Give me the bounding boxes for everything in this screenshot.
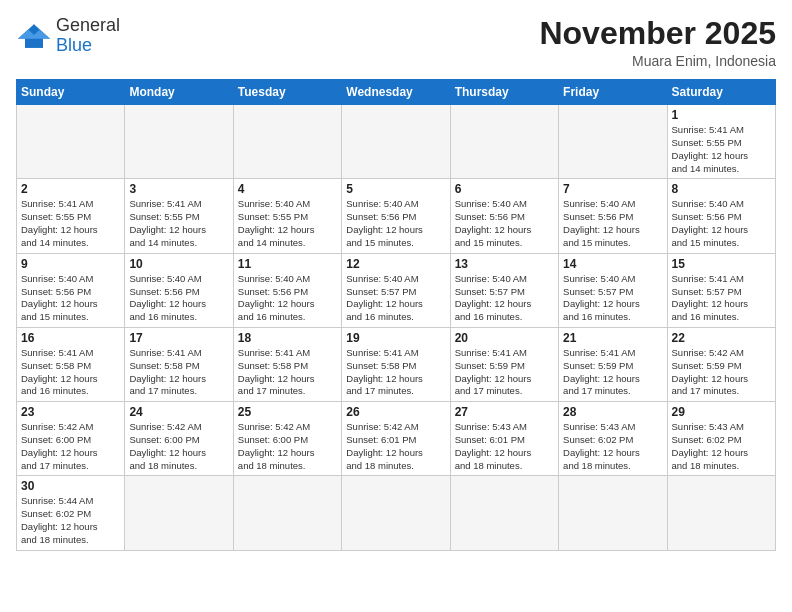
day-info: Sunrise: 5:41 AMSunset: 5:55 PMDaylight:… xyxy=(21,198,120,249)
page: General Blue November 2025 Muara Enim, I… xyxy=(0,0,792,559)
calendar-day-empty xyxy=(450,105,558,179)
calendar-day-empty xyxy=(559,476,667,550)
calendar-week-row: 16Sunrise: 5:41 AMSunset: 5:58 PMDayligh… xyxy=(17,327,776,401)
day-header-tuesday: Tuesday xyxy=(233,80,341,105)
month-title: November 2025 xyxy=(539,16,776,51)
calendar-day-21: 21Sunrise: 5:41 AMSunset: 5:59 PMDayligh… xyxy=(559,327,667,401)
day-number: 3 xyxy=(129,182,228,196)
day-number: 22 xyxy=(672,331,771,345)
day-number: 12 xyxy=(346,257,445,271)
calendar-week-row: 9Sunrise: 5:40 AMSunset: 5:56 PMDaylight… xyxy=(17,253,776,327)
day-info: Sunrise: 5:43 AMSunset: 6:01 PMDaylight:… xyxy=(455,421,554,472)
day-info: Sunrise: 5:41 AMSunset: 5:55 PMDaylight:… xyxy=(129,198,228,249)
calendar-day-empty xyxy=(17,105,125,179)
calendar-day-27: 27Sunrise: 5:43 AMSunset: 6:01 PMDayligh… xyxy=(450,402,558,476)
calendar-header-row: SundayMondayTuesdayWednesdayThursdayFrid… xyxy=(17,80,776,105)
calendar: SundayMondayTuesdayWednesdayThursdayFrid… xyxy=(16,79,776,551)
calendar-day-22: 22Sunrise: 5:42 AMSunset: 5:59 PMDayligh… xyxy=(667,327,775,401)
calendar-day-18: 18Sunrise: 5:41 AMSunset: 5:58 PMDayligh… xyxy=(233,327,341,401)
day-number: 21 xyxy=(563,331,662,345)
day-header-wednesday: Wednesday xyxy=(342,80,450,105)
day-info: Sunrise: 5:40 AMSunset: 5:57 PMDaylight:… xyxy=(346,273,445,324)
location: Muara Enim, Indonesia xyxy=(539,53,776,69)
day-info: Sunrise: 5:41 AMSunset: 5:58 PMDaylight:… xyxy=(346,347,445,398)
calendar-day-9: 9Sunrise: 5:40 AMSunset: 5:56 PMDaylight… xyxy=(17,253,125,327)
day-number: 5 xyxy=(346,182,445,196)
day-number: 30 xyxy=(21,479,120,493)
calendar-day-26: 26Sunrise: 5:42 AMSunset: 6:01 PMDayligh… xyxy=(342,402,450,476)
day-info: Sunrise: 5:41 AMSunset: 5:57 PMDaylight:… xyxy=(672,273,771,324)
day-number: 25 xyxy=(238,405,337,419)
day-info: Sunrise: 5:40 AMSunset: 5:56 PMDaylight:… xyxy=(21,273,120,324)
day-number: 13 xyxy=(455,257,554,271)
calendar-day-13: 13Sunrise: 5:40 AMSunset: 5:57 PMDayligh… xyxy=(450,253,558,327)
day-info: Sunrise: 5:40 AMSunset: 5:56 PMDaylight:… xyxy=(455,198,554,249)
day-number: 10 xyxy=(129,257,228,271)
calendar-day-25: 25Sunrise: 5:42 AMSunset: 6:00 PMDayligh… xyxy=(233,402,341,476)
calendar-day-empty xyxy=(342,476,450,550)
calendar-week-row: 23Sunrise: 5:42 AMSunset: 6:00 PMDayligh… xyxy=(17,402,776,476)
day-info: Sunrise: 5:41 AMSunset: 5:59 PMDaylight:… xyxy=(455,347,554,398)
day-info: Sunrise: 5:42 AMSunset: 5:59 PMDaylight:… xyxy=(672,347,771,398)
day-info: Sunrise: 5:43 AMSunset: 6:02 PMDaylight:… xyxy=(672,421,771,472)
day-info: Sunrise: 5:41 AMSunset: 5:55 PMDaylight:… xyxy=(672,124,771,175)
calendar-day-20: 20Sunrise: 5:41 AMSunset: 5:59 PMDayligh… xyxy=(450,327,558,401)
day-header-saturday: Saturday xyxy=(667,80,775,105)
calendar-day-4: 4Sunrise: 5:40 AMSunset: 5:55 PMDaylight… xyxy=(233,179,341,253)
day-number: 23 xyxy=(21,405,120,419)
calendar-day-empty xyxy=(450,476,558,550)
day-number: 17 xyxy=(129,331,228,345)
calendar-day-14: 14Sunrise: 5:40 AMSunset: 5:57 PMDayligh… xyxy=(559,253,667,327)
day-number: 20 xyxy=(455,331,554,345)
day-info: Sunrise: 5:41 AMSunset: 5:58 PMDaylight:… xyxy=(238,347,337,398)
day-info: Sunrise: 5:41 AMSunset: 5:58 PMDaylight:… xyxy=(129,347,228,398)
calendar-day-empty xyxy=(559,105,667,179)
title-block: November 2025 Muara Enim, Indonesia xyxy=(539,16,776,69)
day-info: Sunrise: 5:40 AMSunset: 5:57 PMDaylight:… xyxy=(563,273,662,324)
day-info: Sunrise: 5:42 AMSunset: 6:00 PMDaylight:… xyxy=(238,421,337,472)
day-number: 24 xyxy=(129,405,228,419)
calendar-day-16: 16Sunrise: 5:41 AMSunset: 5:58 PMDayligh… xyxy=(17,327,125,401)
calendar-day-1: 1Sunrise: 5:41 AMSunset: 5:55 PMDaylight… xyxy=(667,105,775,179)
day-info: Sunrise: 5:41 AMSunset: 5:59 PMDaylight:… xyxy=(563,347,662,398)
day-header-sunday: Sunday xyxy=(17,80,125,105)
day-number: 7 xyxy=(563,182,662,196)
calendar-week-row: 30Sunrise: 5:44 AMSunset: 6:02 PMDayligh… xyxy=(17,476,776,550)
calendar-day-empty xyxy=(667,476,775,550)
day-number: 2 xyxy=(21,182,120,196)
calendar-day-15: 15Sunrise: 5:41 AMSunset: 5:57 PMDayligh… xyxy=(667,253,775,327)
day-number: 8 xyxy=(672,182,771,196)
day-info: Sunrise: 5:40 AMSunset: 5:56 PMDaylight:… xyxy=(238,273,337,324)
day-number: 28 xyxy=(563,405,662,419)
calendar-day-8: 8Sunrise: 5:40 AMSunset: 5:56 PMDaylight… xyxy=(667,179,775,253)
day-header-thursday: Thursday xyxy=(450,80,558,105)
calendar-day-23: 23Sunrise: 5:42 AMSunset: 6:00 PMDayligh… xyxy=(17,402,125,476)
day-info: Sunrise: 5:40 AMSunset: 5:57 PMDaylight:… xyxy=(455,273,554,324)
day-info: Sunrise: 5:40 AMSunset: 5:56 PMDaylight:… xyxy=(672,198,771,249)
header: General Blue November 2025 Muara Enim, I… xyxy=(16,16,776,69)
day-number: 27 xyxy=(455,405,554,419)
day-info: Sunrise: 5:42 AMSunset: 6:01 PMDaylight:… xyxy=(346,421,445,472)
day-header-friday: Friday xyxy=(559,80,667,105)
logo-icon xyxy=(16,22,52,50)
day-number: 19 xyxy=(346,331,445,345)
calendar-day-28: 28Sunrise: 5:43 AMSunset: 6:02 PMDayligh… xyxy=(559,402,667,476)
day-info: Sunrise: 5:40 AMSunset: 5:55 PMDaylight:… xyxy=(238,198,337,249)
day-info: Sunrise: 5:42 AMSunset: 6:00 PMDaylight:… xyxy=(129,421,228,472)
day-number: 6 xyxy=(455,182,554,196)
day-number: 11 xyxy=(238,257,337,271)
calendar-day-empty xyxy=(342,105,450,179)
calendar-day-empty xyxy=(233,476,341,550)
day-number: 9 xyxy=(21,257,120,271)
day-info: Sunrise: 5:44 AMSunset: 6:02 PMDaylight:… xyxy=(21,495,120,546)
logo: General Blue xyxy=(16,16,120,56)
day-number: 4 xyxy=(238,182,337,196)
day-header-monday: Monday xyxy=(125,80,233,105)
calendar-day-17: 17Sunrise: 5:41 AMSunset: 5:58 PMDayligh… xyxy=(125,327,233,401)
calendar-day-19: 19Sunrise: 5:41 AMSunset: 5:58 PMDayligh… xyxy=(342,327,450,401)
calendar-week-row: 2Sunrise: 5:41 AMSunset: 5:55 PMDaylight… xyxy=(17,179,776,253)
day-info: Sunrise: 5:42 AMSunset: 6:00 PMDaylight:… xyxy=(21,421,120,472)
calendar-day-29: 29Sunrise: 5:43 AMSunset: 6:02 PMDayligh… xyxy=(667,402,775,476)
day-info: Sunrise: 5:40 AMSunset: 5:56 PMDaylight:… xyxy=(563,198,662,249)
calendar-day-12: 12Sunrise: 5:40 AMSunset: 5:57 PMDayligh… xyxy=(342,253,450,327)
